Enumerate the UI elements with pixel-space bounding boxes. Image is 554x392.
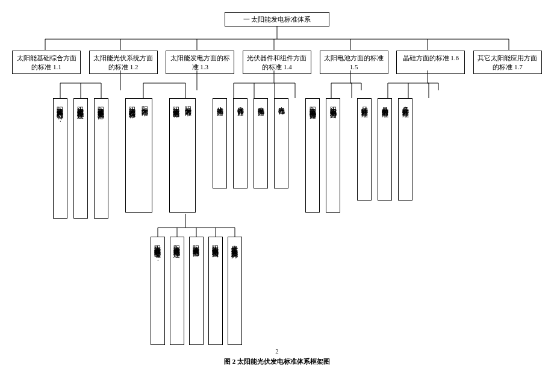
l4-node: 太阳能光伏发电站基础管理 . [151,237,165,345]
l4-node: 太阳能光伏电站相关检测 [208,237,223,345]
diagram-container: 一 太阳能发电标准体系 太阳能基础综合方面的标准 1.1 太阳能光伏系统方面的标… [12,12,542,366]
l2-node-1-7: 其它太阳能应用方面的标准 1.7 [473,51,542,74]
l3-node: 单晶硅方面的标准 [378,98,392,201]
l3-group-1-6: 品体硅方面的标准 单晶硅方面的标准 多晶硅方面的标准 [357,98,412,201]
l4-group-1-3-2: 太阳能光伏发电站基础管理 . 太阳能光伏发电站工程建 太阳能光伏发电站部件 太阳… [151,237,242,345]
l3-node: 品体硅方面的标准 [357,98,372,201]
l3-group-1-4: 光伏组件方面 光伏器件方面 光电组件方面 光电器件 [213,98,288,188]
level4-row: 太阳能光伏发电站基础管理 . 太阳能光伏发电站工程建 太阳能光伏发电站部件 太阳… [12,237,542,345]
l2-node-1-5: 太阳电池方面的标准 1.5 [320,51,388,74]
l4-node: 太阳能光伏发电站工程建 [170,237,184,345]
l3-node: 光电器件 [274,98,288,188]
l4-node: 光伏发电接入电力系统及并网 [228,237,242,345]
l3-group-1-2: 太阳能光伏系统基础综合 . 太阳能光伏系统工程建设 太阳能光伏系统设备及部件 [53,98,108,219]
l3-node-wide: 太阳能光伏发电面标 阳光发方的准 [169,98,196,213]
l2-node-1-6: 晶硅方面的标准 1.6 [396,51,465,74]
l3-node: 光电组件方面 [254,98,268,188]
l3-node: 太阳能电池基础综合方面 [305,98,320,213]
l3-group-1-5: 太阳能电池基础综合方面 太阳能电池用材料方面 [305,98,340,213]
l2-node-1-1: 太阳能基础综合方面的标准 1.1 [12,51,81,74]
l3-node: 光伏器件方面 [233,98,247,188]
figure-caption: 图 2 太阳能光伏发电标准体系框架图 [12,357,542,366]
level3-row: 太阳能光伏系统基础综合 . 太阳能光伏系统工程建设 太阳能光伏系统设备及部件 太… [12,98,542,219]
l3-node: 光伏组件方面 [213,98,227,188]
l3-node: 太阳能电池用材料方面 [326,98,340,213]
l3-node: 太阳能光伏系统设备及部件 [94,98,108,219]
l2-node-1-3: 太阳能发电方面的标准 1.3 [166,51,234,74]
l2-node-1-4: 光伏器件和组件方面的标准 1.4 [243,51,311,74]
l2-node-1-2: 太阳能光伏系统方面的标准 1.2 [89,51,158,74]
l3-node-wide: 太阳能光基础综合面标 阳光综方的准 [125,98,152,213]
l3-node: 太阳能光伏系统工程建设 [73,98,88,219]
l4-node: 太阳能光伏发电站部件 [189,237,204,345]
l3-group-1-3: 太阳能光基础综合面标 阳光综方的准 太阳能光伏发电面标 阳光发方的准 [125,98,196,213]
root-node: 一 太阳能发电标准体系 [225,12,329,26]
level2-row: 太阳能基础综合方面的标准 1.1 太阳能光伏系统方面的标准 1.2 太阳能发电方… [12,51,542,74]
l3-node: 太阳能光伏系统基础综合 . [53,98,67,219]
l3-node: 多晶硅方面的标准 [398,98,412,201]
page-number: 2 [12,347,542,355]
